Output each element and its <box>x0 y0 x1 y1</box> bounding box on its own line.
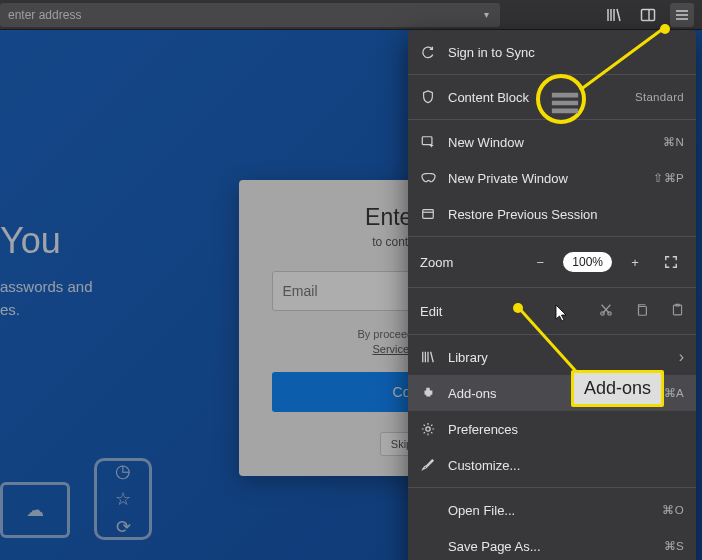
separator <box>408 287 696 288</box>
svg-point-8 <box>426 427 430 431</box>
gear-icon <box>420 421 436 437</box>
toolbar-right <box>602 3 702 27</box>
zoom-label: Zoom <box>420 255 517 270</box>
chevron-down-icon[interactable]: ▾ <box>481 9 492 20</box>
paintbrush-icon <box>420 457 436 473</box>
menu-new-window[interactable]: New Window ⌘N <box>408 124 696 160</box>
hamburger-menu-button[interactable] <box>670 3 694 27</box>
mask-icon <box>420 170 436 186</box>
menu-save-page[interactable]: Save Page As... ⌘S <box>408 528 696 560</box>
library-icon[interactable] <box>602 3 626 27</box>
url-bar[interactable]: enter address ▾ <box>0 3 500 27</box>
menu-preferences[interactable]: Preferences <box>408 411 696 447</box>
cut-icon[interactable] <box>599 303 613 320</box>
menu-new-private-window[interactable]: New Private Window ⇧⌘P <box>408 160 696 196</box>
shield-icon <box>420 89 436 105</box>
library-icon <box>420 349 436 365</box>
svg-rect-5 <box>639 306 647 315</box>
paste-icon[interactable] <box>671 303 684 320</box>
svg-rect-1 <box>422 137 432 145</box>
separator <box>408 74 696 75</box>
url-bar-placeholder: enter address <box>8 8 481 22</box>
zoom-in-button[interactable]: + <box>622 249 648 275</box>
menu-customize[interactable]: Customize... <box>408 447 696 483</box>
separator <box>408 119 696 120</box>
zoom-out-button[interactable]: − <box>527 249 553 275</box>
chevron-right-icon: › <box>679 348 684 366</box>
menu-edit-row: Edit <box>408 292 696 330</box>
menu-content-blocking[interactable]: Content Block Standard <box>408 79 696 115</box>
addons-icon <box>420 385 436 401</box>
svg-rect-0 <box>642 9 655 20</box>
zoom-percentage[interactable]: 100% <box>563 252 612 272</box>
window-plus-icon <box>420 134 436 150</box>
menu-sign-in[interactable]: Sign in to Sync <box>408 34 696 70</box>
menu-open-file[interactable]: Open File... ⌘O <box>408 492 696 528</box>
hamburger-menu: Sign in to Sync Content Block Standard N… <box>408 30 696 560</box>
menu-restore-session[interactable]: Restore Previous Session <box>408 196 696 232</box>
copy-icon[interactable] <box>635 303 649 320</box>
restore-icon <box>420 206 436 222</box>
separator <box>408 236 696 237</box>
svg-rect-2 <box>423 210 434 219</box>
separator <box>408 334 696 335</box>
svg-rect-6 <box>673 305 681 315</box>
fullscreen-icon[interactable] <box>658 249 684 275</box>
edit-label: Edit <box>420 304 579 319</box>
separator <box>408 487 696 488</box>
menu-addons[interactable]: Add-ons ⇧⌘A <box>408 375 696 411</box>
browser-toolbar: enter address ▾ <box>0 0 702 30</box>
menu-zoom-row: Zoom − 100% + <box>408 241 696 283</box>
sync-icon <box>420 44 436 60</box>
menu-library[interactable]: Library › <box>408 339 696 375</box>
sidebar-icon[interactable] <box>636 3 660 27</box>
